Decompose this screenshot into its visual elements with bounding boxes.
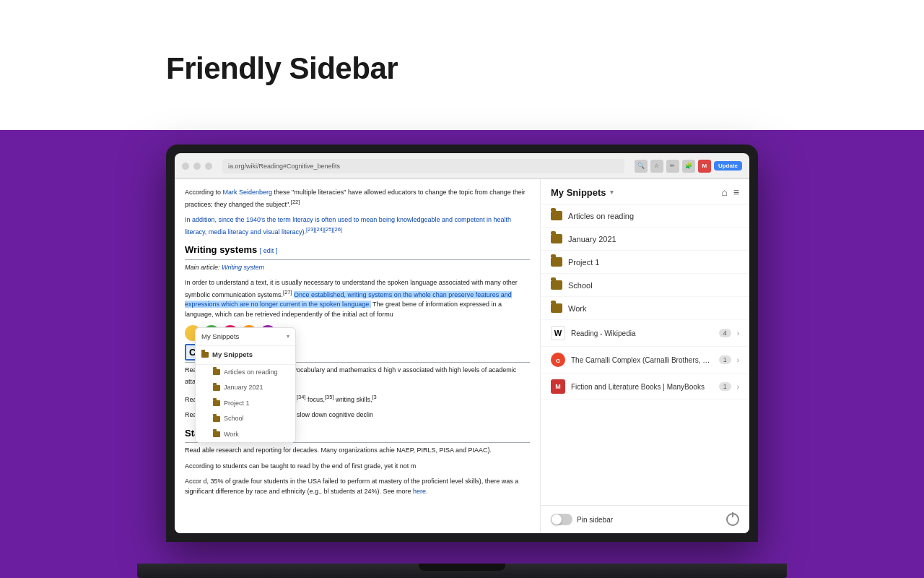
snippet-count-wikipedia: 4 <box>719 329 731 337</box>
wiki-author-link[interactable]: Mark Seidenberg <box>223 189 273 196</box>
snippet-title-manybooks: Fiction and Literature Books | ManyBooks <box>571 383 713 391</box>
svg-text:G: G <box>556 358 560 364</box>
folder-item-project1[interactable]: Project 1 <box>541 251 749 274</box>
snippet-favicon-wikipedia: W <box>551 326 565 340</box>
browser-url-bar[interactable]: ia.org/wiki/Reading#Cognitive_benefits <box>222 159 624 173</box>
dropdown-item-january[interactable]: January 2021 <box>196 380 295 396</box>
browser-dot-yellow <box>193 163 201 170</box>
folder-icon-january-sidebar <box>551 234 562 243</box>
wiki-here-link[interactable]: here <box>413 488 426 495</box>
browser-dot-green <box>205 163 212 170</box>
wiki-ref-22: [22] <box>291 199 300 205</box>
pin-toggle[interactable] <box>551 514 572 525</box>
dropdown-item-project1[interactable]: Project 1 <box>196 396 295 412</box>
folder-name-articles: Articles on reading <box>568 212 634 220</box>
dropdown-chevron-icon: ▾ <box>287 332 289 341</box>
sidebar-title-area: My Snippets ▾ <box>551 187 614 198</box>
top-section: Friendly Sidebar <box>0 0 924 130</box>
snippet-item-carnalli[interactable]: G The Carnalli Complex (Carnalli Brother… <box>541 347 749 374</box>
bottom-section: ia.org/wiki/Reading#Cognitive_benefits 🔍… <box>0 130 924 578</box>
dropdown-articles-label: Articles on reading <box>224 368 278 378</box>
browser-chrome: ia.org/wiki/Reading#Cognitive_benefits 🔍… <box>175 153 749 179</box>
snippet-item-wikipedia[interactable]: W Reading - Wikipedia 4 › <box>541 320 749 347</box>
dropdown-overlay[interactable]: My Snippets ▾ My Snippets Articles on re… <box>195 327 296 443</box>
snippet-info-carnalli: The Carnalli Complex (Carnalli Brothers,… <box>571 356 713 364</box>
dropdown-item-work[interactable]: Work <box>196 427 295 443</box>
wiki-para-2: In addition, since the 1940's the term l… <box>185 215 530 237</box>
folder-icon-project1-sidebar <box>551 257 562 267</box>
folder-icon-main <box>201 352 209 358</box>
snippet-favicon-carnalli: G <box>551 353 565 367</box>
wiki-section-writing: Writing systems [ edit ] <box>185 243 530 260</box>
snippet-info-manybooks: Fiction and Literature Books | ManyBooks <box>571 383 713 391</box>
page-title: Friendly Sidebar <box>166 51 398 86</box>
dropdown-header[interactable]: My Snippets ▾ <box>196 328 295 346</box>
folder-list: Articles on reading January 2021 Project… <box>541 204 749 505</box>
dropdown-january-label: January 2021 <box>224 383 263 393</box>
browser-star-icon[interactable]: ☆ <box>650 160 663 173</box>
browser-edit-icon[interactable]: ✏ <box>666 160 679 173</box>
snippet-info-wikipedia: Reading - Wikipedia <box>571 329 713 337</box>
snippet-title-carnalli: The Carnalli Complex (Carnalli Brothers,… <box>571 356 713 364</box>
pin-toggle-area: Pin sidebar <box>551 514 613 525</box>
sidebar-header: My Snippets ▾ ⌂ ≡ <box>541 179 749 204</box>
browser-ext-icon[interactable]: 🧩 <box>682 160 695 173</box>
dropdown-item-articles[interactable]: Articles on reading <box>196 365 295 381</box>
laptop-base <box>137 564 787 578</box>
snippet-count-carnalli: 1 <box>719 355 731 364</box>
folder-item-january[interactable]: January 2021 <box>541 228 749 251</box>
sidebar-header-icons: ⌂ ≡ <box>721 186 739 198</box>
wiki-para-1: According to Mark Seidenberg these "mult… <box>185 188 530 210</box>
folder-icon-work <box>213 431 220 437</box>
snippet-title-wikipedia: Reading - Wikipedia <box>571 329 713 337</box>
browser-actions: 🔍 ☆ ✏ 🧩 M Update <box>635 160 742 173</box>
snippet-expand-wikipedia[interactable]: › <box>737 329 739 337</box>
snippet-item-manybooks[interactable]: M Fiction and Literature Books | ManyBoo… <box>541 374 749 400</box>
laptop-notch <box>419 564 505 571</box>
snippet-count-manybooks: 1 <box>719 382 731 391</box>
sidebar-title-chevron[interactable]: ▾ <box>610 189 614 196</box>
sidebar-bottom: Pin sidebar <box>541 505 749 533</box>
folder-icon-articles-sidebar <box>551 211 562 220</box>
folder-icon-work-sidebar <box>551 303 562 313</box>
pin-label: Pin sidebar <box>577 516 613 524</box>
folder-icon-school <box>213 416 220 422</box>
browser-dot-red <box>182 163 189 170</box>
folder-icon-articles <box>213 369 220 375</box>
wiki-writing-system-link[interactable]: Writing system <box>222 264 264 271</box>
wiki-edit-1[interactable]: [ edit ] <box>260 247 278 254</box>
screen-content: According to Mark Seidenberg these "mult… <box>175 179 749 533</box>
dropdown-title: My Snippets <box>201 332 239 342</box>
wiki-para-3: In order to understand a text, it is usu… <box>185 278 530 319</box>
dropdown-my-snippets-main[interactable]: My Snippets <box>196 346 295 364</box>
wiki-para-stat-2: According to students can be taught to r… <box>185 462 530 472</box>
sidebar-home-icon[interactable]: ⌂ <box>721 186 727 198</box>
folder-name-january: January 2021 <box>568 235 616 243</box>
folder-item-work[interactable]: Work <box>541 297 749 320</box>
wiki-main-article: Main article: Writing system <box>185 263 530 273</box>
snippet-expand-manybooks[interactable]: › <box>737 383 739 391</box>
snippet-favicon-manybooks: M <box>551 379 565 394</box>
power-icon[interactable] <box>726 513 739 526</box>
folder-icon-january <box>213 385 220 391</box>
folder-item-school[interactable]: School <box>541 274 749 297</box>
dropdown-item-school[interactable]: School <box>196 411 295 427</box>
folder-icon-school-sidebar <box>551 280 562 290</box>
browser-m-icon[interactable]: M <box>698 160 711 173</box>
update-button[interactable]: Update <box>714 161 742 171</box>
folder-name-school: School <box>568 281 593 290</box>
wiki-para-stat-3: Accor d, 35% of grade four students in t… <box>185 477 530 496</box>
screen-bezel: ia.org/wiki/Reading#Cognitive_benefits 🔍… <box>175 153 749 533</box>
dropdown-school-label: School <box>224 414 244 424</box>
sidebar-title-text: My Snippets <box>551 187 606 198</box>
snippet-expand-carnalli[interactable]: › <box>737 356 739 364</box>
dropdown-work-label: Work <box>224 430 239 440</box>
dropdown-project1-label: Project 1 <box>224 399 250 409</box>
browser-search-icon[interactable]: 🔍 <box>635 160 648 173</box>
toggle-thumb <box>552 514 562 525</box>
folder-icon-project1 <box>213 400 220 406</box>
sidebar-menu-icon[interactable]: ≡ <box>733 186 739 198</box>
folder-item-articles[interactable]: Articles on reading <box>541 204 749 228</box>
sidebar-panel: My Snippets ▾ ⌂ ≡ Articles on reading <box>540 179 749 533</box>
folder-name-project1: Project 1 <box>568 258 599 267</box>
